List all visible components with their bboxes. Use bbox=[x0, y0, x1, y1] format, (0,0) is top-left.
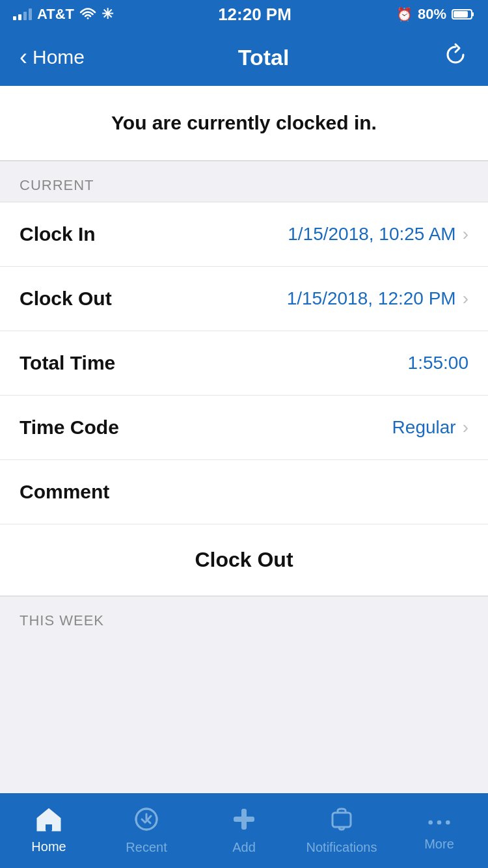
time-code-value: Regular bbox=[392, 417, 456, 438]
time-code-chevron-icon: › bbox=[463, 417, 468, 438]
clock-in-value-container: 1/15/2018, 10:25 AM › bbox=[288, 224, 468, 245]
more-tab-label: More bbox=[424, 837, 454, 852]
clock-in-label: Clock In bbox=[20, 223, 96, 245]
clock-out-row[interactable]: Clock Out 1/15/2018, 12:20 PM › bbox=[0, 267, 488, 331]
add-tab-icon bbox=[231, 806, 257, 836]
clock-out-button[interactable]: Clock Out bbox=[195, 548, 293, 572]
home-tab-icon bbox=[35, 807, 62, 835]
svg-rect-8 bbox=[332, 813, 351, 827]
clock-in-chevron-icon: › bbox=[463, 224, 468, 245]
clock-out-label: Clock Out bbox=[20, 288, 112, 310]
refresh-icon bbox=[442, 42, 468, 68]
notifications-tab-icon bbox=[329, 806, 355, 836]
tab-recent[interactable]: Recent bbox=[98, 793, 195, 868]
comment-row[interactable]: Comment bbox=[0, 460, 488, 524]
loading-icon: ✳ bbox=[102, 6, 113, 23]
notifications-tab-label: Notifications bbox=[306, 840, 377, 855]
comment-label: Comment bbox=[20, 481, 109, 503]
alarm-icon: ⏰ bbox=[396, 7, 413, 22]
time-code-row[interactable]: Time Code Regular › bbox=[0, 396, 488, 460]
current-table: Clock In 1/15/2018, 10:25 AM › Clock Out… bbox=[0, 202, 488, 524]
tab-home[interactable]: Home bbox=[0, 793, 98, 868]
svg-rect-1 bbox=[472, 12, 474, 16]
clock-out-value-container: 1/15/2018, 12:20 PM › bbox=[287, 288, 468, 309]
signal-icon bbox=[13, 8, 32, 20]
battery-icon bbox=[452, 8, 475, 20]
status-right: ⏰ 80% bbox=[396, 6, 475, 23]
total-time-value: 1:55:00 bbox=[408, 353, 468, 373]
total-time-value-container: 1:55:00 bbox=[408, 353, 468, 373]
clock-out-value: 1/15/2018, 12:20 PM bbox=[287, 288, 456, 309]
svg-point-11 bbox=[446, 821, 450, 825]
svg-rect-7 bbox=[234, 817, 254, 822]
back-chevron-icon: ‹ bbox=[20, 44, 27, 71]
recent-tab-label: Recent bbox=[126, 840, 167, 855]
status-time: 12:20 PM bbox=[218, 5, 291, 25]
battery-percent: 80% bbox=[418, 6, 446, 23]
wifi-icon bbox=[79, 8, 96, 21]
time-code-label: Time Code bbox=[20, 416, 119, 439]
back-button[interactable]: ‹ Home bbox=[20, 44, 85, 71]
total-time-label: Total Time bbox=[20, 352, 115, 374]
total-time-row: Total Time 1:55:00 bbox=[0, 331, 488, 396]
carrier-label: AT&T bbox=[37, 6, 74, 23]
nav-bar: ‹ Home Total bbox=[0, 29, 488, 86]
this-week-label: THIS WEEK bbox=[20, 612, 104, 629]
status-bar: AT&T ✳ 12:20 PM ⏰ 80% bbox=[0, 0, 488, 29]
tab-add[interactable]: Add bbox=[195, 793, 293, 868]
clock-in-row[interactable]: Clock In 1/15/2018, 10:25 AM › bbox=[0, 202, 488, 267]
svg-point-10 bbox=[437, 821, 442, 825]
current-section-header: CURRENT bbox=[0, 161, 488, 202]
status-left: AT&T ✳ bbox=[13, 6, 113, 23]
clocked-in-message: You are currently clocked in. bbox=[111, 112, 377, 134]
time-code-value-container: Regular › bbox=[392, 417, 468, 438]
refresh-button[interactable] bbox=[442, 42, 468, 73]
svg-rect-3 bbox=[46, 824, 52, 830]
back-label: Home bbox=[33, 46, 85, 68]
svg-point-9 bbox=[428, 821, 433, 825]
more-tab-icon bbox=[426, 809, 452, 833]
home-tab-label: Home bbox=[31, 839, 66, 854]
svg-rect-2 bbox=[454, 11, 468, 18]
tab-more[interactable]: More bbox=[390, 793, 488, 868]
tab-notifications[interactable]: Notifications bbox=[293, 793, 390, 868]
recent-tab-icon bbox=[133, 806, 159, 836]
this-week-section: THIS WEEK bbox=[0, 596, 488, 637]
clock-out-chevron-icon: › bbox=[463, 288, 468, 309]
add-tab-label: Add bbox=[232, 840, 256, 855]
clock-out-action-row[interactable]: Clock Out bbox=[0, 524, 488, 596]
clock-in-value: 1/15/2018, 10:25 AM bbox=[288, 224, 455, 245]
page-title: Total bbox=[238, 45, 290, 70]
tab-bar: Home Recent Add bbox=[0, 793, 488, 868]
clocked-in-section: You are currently clocked in. bbox=[0, 86, 488, 161]
current-label: CURRENT bbox=[20, 177, 94, 193]
